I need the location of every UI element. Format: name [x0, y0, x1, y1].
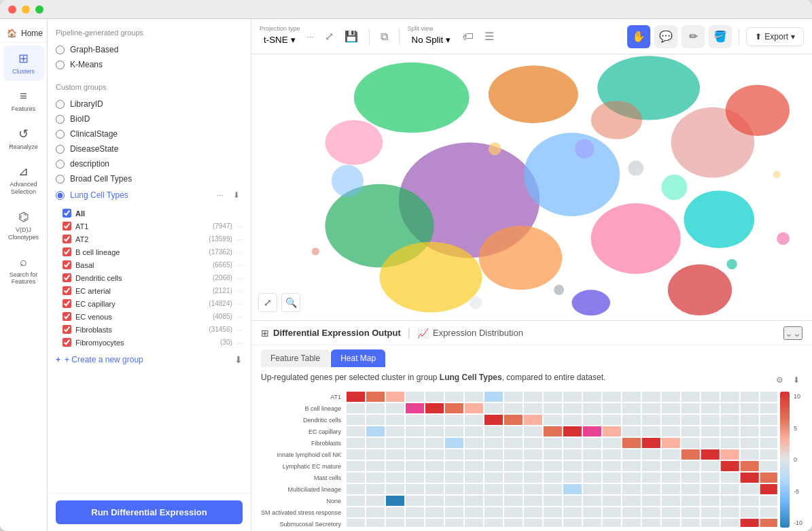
svg-rect-167 [504, 461, 523, 471]
ec-arterial-checkbox[interactable] [63, 286, 71, 295]
save-view-btn[interactable]: 💾 [342, 29, 361, 44]
svg-rect-203 [347, 484, 365, 494]
svg-rect-285 [662, 519, 680, 527]
nav-clusters[interactable]: ⊞ Clusters [3, 46, 44, 81]
dendritic-cells-checkbox[interactable] [63, 273, 71, 282]
b-cell-lineage-options[interactable]: ··· [236, 248, 243, 256]
svg-rect-115 [347, 438, 365, 448]
search-plot-btn[interactable]: 🔍 [281, 293, 300, 312]
expand-view-btn[interactable]: ⤢ [322, 29, 336, 44]
bioid-radio[interactable] [56, 115, 65, 124]
group-download-btn[interactable]: ⬇ [230, 189, 243, 201]
maximize-button[interactable] [35, 5, 43, 14]
features-icon: ≡ [20, 89, 27, 103]
run-diff-expr-button[interactable]: Run Differential Expression [56, 500, 243, 524]
fibromyocytes-checkbox[interactable] [63, 338, 71, 347]
svg-rect-40 [603, 392, 621, 402]
menu-btn[interactable]: ☰ [482, 29, 497, 44]
select-tool-btn[interactable]: ✋ [627, 25, 650, 48]
ec-venous-count: (4085) [213, 313, 232, 320]
create-group-download-icon[interactable]: ⬇ [234, 354, 243, 365]
ec-venous-checkbox[interactable] [63, 312, 71, 321]
close-button[interactable] [8, 5, 16, 14]
svg-rect-95 [386, 426, 404, 436]
feature-table-tab[interactable]: Feature Table [261, 349, 330, 367]
heatmap-settings-btn[interactable]: ⚙ [773, 374, 786, 386]
k-means-radio[interactable] [56, 61, 65, 69]
svg-rect-86 [642, 415, 660, 425]
nav-features[interactable]: ≡ Features [3, 84, 44, 118]
fibroblasts-options[interactable]: ··· [236, 326, 243, 334]
svg-rect-46 [721, 392, 739, 402]
expand-plot-btn[interactable]: ⤢ [258, 293, 277, 312]
fill-tool-btn[interactable]: 🪣 [709, 25, 732, 48]
clinicalstage-option[interactable]: ClinicalStage [56, 126, 243, 141]
bottom-panel: ⊞ Differential Expression Output | 📈 Exp… [251, 320, 812, 531]
ec-capillary-checkbox[interactable] [63, 299, 71, 308]
svg-rect-90 [721, 415, 739, 425]
home-nav-item[interactable]: 🏠 Home [0, 24, 47, 43]
svg-rect-131 [662, 438, 680, 448]
broad-cell-types-option[interactable]: Broad Cell Types [56, 171, 243, 186]
svg-rect-31 [425, 392, 444, 402]
ec-venous-options[interactable]: ··· [236, 313, 243, 321]
at1-checkbox[interactable] [63, 222, 71, 230]
comment-tool-btn[interactable]: 💬 [654, 25, 677, 48]
svg-rect-255 [504, 507, 523, 517]
libraryid-radio[interactable] [56, 100, 65, 109]
libraryid-option[interactable]: LibraryID [56, 97, 243, 112]
create-group-btn[interactable]: + + Create a new group ⬇ [56, 349, 243, 371]
svg-rect-103 [544, 426, 562, 436]
nav-vdj[interactable]: ⌬ V(D)J Clonotypes [3, 204, 44, 247]
at1-options[interactable]: ··· [236, 222, 243, 230]
basal-checkbox[interactable] [63, 260, 71, 269]
svg-rect-193 [583, 473, 601, 483]
svg-rect-169 [544, 461, 562, 471]
diseasestate-radio[interactable] [56, 145, 65, 154]
heatmap-download-btn[interactable]: ⬇ [790, 374, 802, 386]
proj-options-btn[interactable]: ··· [304, 31, 317, 43]
svg-rect-79 [504, 415, 523, 425]
fibromyocytes-options[interactable]: ··· [236, 339, 243, 347]
draw-tool-btn[interactable]: ✏ [682, 25, 705, 48]
svg-rect-35 [504, 392, 523, 402]
export-btn[interactable]: ⬆ Export ▾ [746, 27, 804, 46]
dendritic-cells-options[interactable]: ··· [236, 274, 243, 282]
bioid-option[interactable]: BioID [56, 112, 243, 126]
graph-based-option[interactable]: Graph-Based [56, 42, 243, 57]
b-cell-lineage-checkbox[interactable] [63, 247, 71, 256]
projection-dropdown[interactable]: t-SNE ▾ [260, 32, 300, 48]
minimize-button[interactable] [22, 5, 30, 14]
diseasestate-option[interactable]: DiseaseState [56, 141, 243, 156]
clinicalstage-radio[interactable] [56, 130, 65, 139]
description-option[interactable]: description [56, 156, 243, 171]
collapse-panel-btn[interactable]: ⌄⌄ [783, 326, 802, 340]
broad-cell-radio[interactable] [56, 175, 65, 184]
graph-based-radio[interactable] [56, 46, 65, 54]
nav-advanced-selection[interactable]: ⊿ Advanced Selection [3, 158, 44, 201]
at2-options[interactable]: ··· [236, 235, 243, 243]
nav-search-features[interactable]: ⌕ Search for Features [3, 250, 44, 292]
group-options-btn[interactable]: ··· [214, 189, 226, 201]
heat-map-tab[interactable]: Heat Map [331, 349, 385, 367]
split-chevron-icon: ▾ [446, 35, 451, 45]
nav-reanalyze[interactable]: ↺ Reanalyze [3, 121, 44, 156]
fibroblasts-checkbox[interactable] [63, 325, 71, 334]
tsne-plot[interactable] [251, 54, 812, 320]
svg-rect-253 [465, 507, 483, 517]
copy-btn[interactable]: ⧉ [378, 29, 391, 44]
at2-checkbox[interactable] [63, 235, 71, 243]
k-means-option[interactable]: K-Means [56, 57, 243, 72]
svg-point-23 [773, 171, 780, 178]
ec-capillary-options[interactable]: ··· [236, 300, 243, 308]
svg-rect-28 [366, 392, 385, 402]
ec-arterial-options[interactable]: ··· [236, 287, 243, 295]
split-dropdown[interactable]: No Split ▾ [408, 32, 455, 48]
svg-rect-235 [544, 496, 562, 506]
description-radio[interactable] [56, 160, 65, 169]
all-checkbox[interactable] [63, 209, 71, 218]
heatmap-container: AT1 B cell lineage Dendritic cells EC ca… [261, 392, 802, 530]
lung-cell-types-radio[interactable] [56, 191, 65, 200]
tag-btn[interactable]: 🏷 [460, 29, 476, 44]
basal-options[interactable]: ··· [236, 261, 243, 269]
